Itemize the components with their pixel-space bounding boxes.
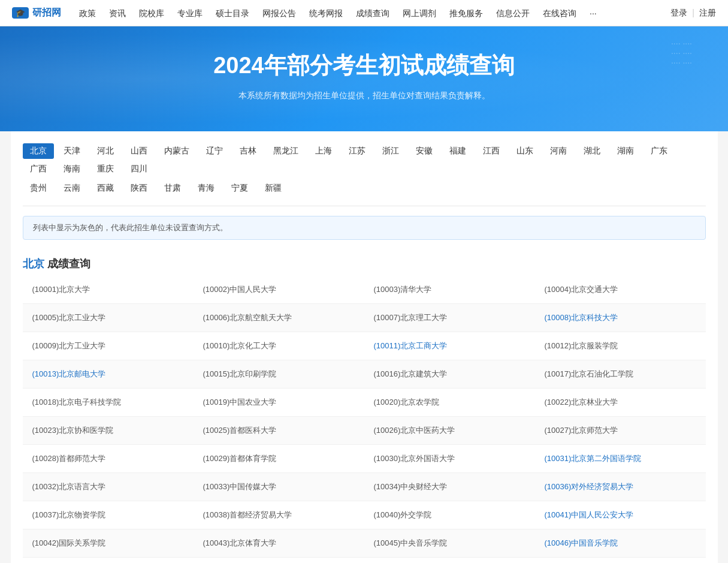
logo-icon: 🎓 xyxy=(12,7,29,19)
province-tab-甘肃[interactable]: 甘肃 xyxy=(157,180,188,196)
nav-auth-登录[interactable]: 登录 xyxy=(670,8,687,19)
school-cell[interactable]: (10013)北京邮电大学 xyxy=(23,360,194,388)
province-tab-宁夏[interactable]: 宁夏 xyxy=(224,180,255,196)
province-tab-黑龙江[interactable]: 黑龙江 xyxy=(266,143,306,159)
nav-link[interactable]: 在线咨询 xyxy=(537,0,582,26)
nav-link[interactable]: 院校库 xyxy=(133,0,170,26)
school-cell[interactable]: (10008)北京科技大学 xyxy=(535,304,706,332)
school-cell[interactable]: (10031)北京第二外国语学院 xyxy=(535,445,706,472)
school-cell: (10047)中央美术学院 xyxy=(23,558,194,563)
province-tab-吉林[interactable]: 吉林 xyxy=(232,143,264,159)
table-row: (10001)北京大学(10002)中国人民大学(10003)清华大学(1000… xyxy=(23,276,706,304)
nav-link[interactable]: 专业库 xyxy=(171,0,209,26)
province-tab-山东[interactable]: 山东 xyxy=(509,143,540,159)
province-tab-西藏[interactable]: 西藏 xyxy=(90,180,121,196)
province-tab-海南[interactable]: 海南 xyxy=(56,161,87,177)
school-cell: (10005)北京工业大学 xyxy=(23,304,194,332)
section-region: 北京 xyxy=(23,258,44,270)
logo-text: 研招网 xyxy=(32,7,61,19)
province-tab-贵州[interactable]: 贵州 xyxy=(23,180,54,196)
province-tab-云南[interactable]: 云南 xyxy=(56,180,87,196)
province-tab-江西[interactable]: 江西 xyxy=(476,143,507,159)
province-tab-安徽[interactable]: 安徽 xyxy=(409,143,440,159)
province-tab-陕西[interactable]: 陕西 xyxy=(123,180,155,196)
nav-link[interactable]: 成绩查询 xyxy=(350,0,395,26)
nav-link[interactable]: 网报公告 xyxy=(256,0,302,26)
school-cell: (10037)北京物资学院 xyxy=(23,501,194,529)
province-tab-福建[interactable]: 福建 xyxy=(442,143,473,159)
province-tab-广东[interactable]: 广东 xyxy=(644,143,675,159)
nav-logo[interactable]: 🎓 研招网 xyxy=(12,7,61,19)
nav-auth-注册[interactable]: 注册 xyxy=(699,8,716,19)
nav-auth: 登录|注册 xyxy=(670,8,716,19)
school-cell: (10045)中央音乐学院 xyxy=(364,529,535,557)
school-cell[interactable]: (10011)北京工商大学 xyxy=(364,332,535,360)
school-cell: (10022)北京林业大学 xyxy=(535,389,706,416)
school-cell: (10004)北京交通大学 xyxy=(535,276,706,303)
info-box: 列表中显示为灰色的，代表此招生单位未设置查询方式。 xyxy=(23,216,706,240)
province-tab-北京[interactable]: 北京 xyxy=(23,143,54,159)
table-row: (10032)北京语言大学(10033)中国传媒大学(10034)中央财经大学(… xyxy=(23,473,706,501)
school-cell: (10050)北京电影学院 xyxy=(535,558,706,563)
school-cell[interactable]: (10036)对外经济贸易大学 xyxy=(535,473,706,501)
school-cell: (10023)北京协和医学院 xyxy=(23,417,194,444)
table-row: (10005)北京工业大学(10006)北京航空航天大学(10007)北京理工大… xyxy=(23,304,706,332)
school-cell: (10032)北京语言大学 xyxy=(23,473,194,501)
province-tab-江苏[interactable]: 江苏 xyxy=(342,143,373,159)
nav-link[interactable]: 硕士目录 xyxy=(210,0,255,26)
school-cell: (10048)中央戏剧学院 xyxy=(194,558,364,563)
school-cell: (10012)北京服装学院 xyxy=(535,332,706,360)
nav-link[interactable]: 资讯 xyxy=(103,0,132,26)
province-tab-辽宁[interactable]: 辽宁 xyxy=(199,143,230,159)
school-cell: (10029)首都体育学院 xyxy=(194,445,364,472)
school-cell: (10017)北京石油化工学院 xyxy=(535,360,706,388)
province-tab-上海[interactable]: 上海 xyxy=(308,143,339,159)
school-cell: (10040)外交学院 xyxy=(364,501,535,529)
section-label: 成绩查询 xyxy=(44,258,90,270)
province-tab-重庆[interactable]: 重庆 xyxy=(90,161,121,177)
table-row: (10028)首都师范大学(10029)首都体育学院(10030)北京外国语大学… xyxy=(23,445,706,473)
province-tab-新疆[interactable]: 新疆 xyxy=(258,180,289,196)
school-cell: (10001)北京大学 xyxy=(23,276,194,303)
school-grid: (10001)北京大学(10002)中国人民大学(10003)清华大学(1000… xyxy=(23,276,706,563)
nav-link[interactable]: 政策 xyxy=(73,0,102,26)
nav-link[interactable]: 推免服务 xyxy=(443,0,489,26)
school-cell[interactable]: (10041)中国人民公安大学 xyxy=(535,501,706,529)
school-cell: (10049)中国戏曲学院 xyxy=(364,558,535,563)
school-cell: (10016)北京建筑大学 xyxy=(364,360,535,388)
nav-bar: 🎓 研招网 政策资讯院校库专业库硕士目录网报公告统考网报成绩查询网上调剂推免服务… xyxy=(0,0,728,26)
province-tab-天津[interactable]: 天津 xyxy=(56,143,87,159)
school-cell: (10010)北京化工大学 xyxy=(194,332,364,360)
province-tab-河南[interactable]: 河南 xyxy=(543,143,574,159)
school-cell: (10015)北京印刷学院 xyxy=(194,360,364,388)
school-cell: (10007)北京理工大学 xyxy=(364,304,535,332)
school-cell: (10019)中国农业大学 xyxy=(194,389,364,416)
province-tab-山西[interactable]: 山西 xyxy=(123,143,155,159)
section-header: 北京 成绩查询 xyxy=(23,249,706,276)
province-tab-湖南[interactable]: 湖南 xyxy=(610,143,641,159)
province-tab-河北[interactable]: 河北 xyxy=(90,143,121,159)
hero-banner: ···· ········ ········ ···· 2024年部分考生初试成… xyxy=(0,26,728,131)
nav-links: 政策资讯院校库专业库硕士目录网报公告统考网报成绩查询网上调剂推免服务信息公开在线… xyxy=(73,0,670,26)
school-cell: (10043)北京体育大学 xyxy=(194,529,364,557)
school-cell[interactable]: (10046)中国音乐学院 xyxy=(535,529,706,557)
hero-title: 2024年部分考生初试成绩查询 xyxy=(12,50,716,81)
school-cell: (10025)首都医科大学 xyxy=(194,417,364,444)
nav-link[interactable]: 信息公开 xyxy=(490,0,536,26)
nav-link[interactable]: ··· xyxy=(584,0,603,26)
nav-link[interactable]: 统考网报 xyxy=(303,0,349,26)
province-tab-广西[interactable]: 广西 xyxy=(23,161,54,177)
school-cell: (10028)首都师范大学 xyxy=(23,445,194,472)
school-cell: (10009)北方工业大学 xyxy=(23,332,194,360)
nav-link[interactable]: 网上调剂 xyxy=(397,0,442,26)
province-tab-内蒙古[interactable]: 内蒙古 xyxy=(157,143,197,159)
province-tab-湖北[interactable]: 湖北 xyxy=(576,143,608,159)
province-tab-四川[interactable]: 四川 xyxy=(123,161,155,177)
school-cell: (10006)北京航空航天大学 xyxy=(194,304,364,332)
school-cell: (10030)北京外国语大学 xyxy=(364,445,535,472)
province-tab-浙江[interactable]: 浙江 xyxy=(375,143,406,159)
info-text: 列表中显示为灰色的，代表此招生单位未设置查询方式。 xyxy=(33,223,228,232)
nav-auth-divider: | xyxy=(692,8,694,19)
province-tabs: 北京天津河北山西内蒙古辽宁吉林黑龙江上海江苏浙江安徽福建江西山东河南湖北湖南广东… xyxy=(23,131,706,206)
province-tab-青海[interactable]: 青海 xyxy=(191,180,222,196)
